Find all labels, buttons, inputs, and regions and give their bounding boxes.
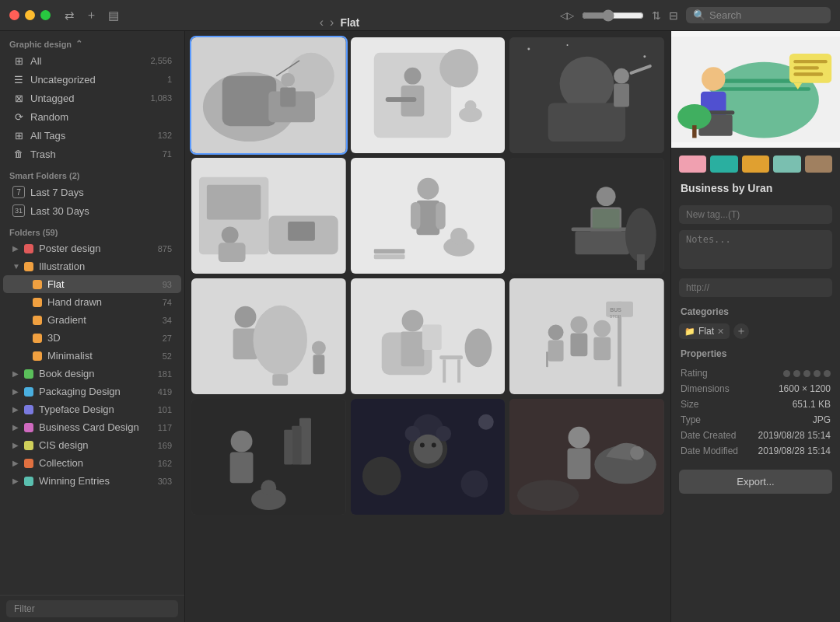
- palette-color-4[interactable]: [773, 156, 800, 173]
- svg-point-91: [420, 443, 425, 448]
- svg-point-81: [231, 431, 253, 453]
- grid-item[interactable]: [351, 399, 506, 515]
- grid-item[interactable]: [351, 158, 506, 274]
- svg-text:STOP: STOP: [610, 314, 621, 319]
- sidebar-item-winning[interactable]: ▶ Winning Entries 303: [3, 472, 181, 490]
- rating-dots[interactable]: [783, 368, 831, 379]
- svg-point-106: [702, 67, 725, 90]
- svg-rect-18: [548, 103, 625, 142]
- sidebar-item-last30[interactable]: 31 Last 30 Days: [3, 201, 181, 220]
- sidebar-item-all[interactable]: ⊞ All 2,556: [3, 51, 181, 70]
- grid-item[interactable]: [509, 158, 664, 274]
- image-grid: BUS STOP: [185, 31, 670, 622]
- sidebar-item-uncategorized[interactable]: ☰ Uncategorized 1: [3, 70, 181, 89]
- svg-point-33: [417, 178, 439, 200]
- swap-icon[interactable]: ⇄: [65, 9, 75, 23]
- svg-rect-80: [284, 430, 292, 465]
- sidebar-item-untagged[interactable]: ⊠ Untagged 1,083: [3, 89, 181, 107]
- rating-dot-5[interactable]: [824, 370, 831, 377]
- folder-color-minimalist: [33, 351, 42, 361]
- svg-point-92: [431, 443, 436, 448]
- properties-label: Properties: [671, 342, 840, 362]
- zoom-slider[interactable]: [582, 9, 644, 22]
- search-input[interactable]: [709, 9, 818, 21]
- sidebar-item-flat[interactable]: Flat 93: [3, 275, 181, 293]
- untagged-icon: ⊠: [12, 92, 25, 104]
- titlebar: ⇄ ＋ ▤ ‹ › Flat ◁▷ ⇅ ⊟ 🔍: [0, 0, 840, 31]
- grid-item[interactable]: [509, 399, 664, 515]
- sidebar-item-trash[interactable]: 🗑 Trash 71: [3, 145, 181, 163]
- sidebar-item-last7[interactable]: 7 Last 7 Days: [3, 183, 181, 201]
- grid-item[interactable]: BUS STOP: [509, 278, 664, 394]
- search-box[interactable]: 🔍: [686, 7, 831, 23]
- sidebar-filter: [0, 595, 184, 622]
- svg-rect-2: [222, 76, 277, 127]
- expand-cis-icon: ▶: [12, 441, 22, 449]
- sidebar-item-poster[interactable]: ▶ Poster design 875: [3, 239, 181, 257]
- grid-item[interactable]: [191, 278, 346, 394]
- tag-input[interactable]: [679, 205, 832, 224]
- rating-dot-2[interactable]: [793, 370, 800, 377]
- grid-item[interactable]: [351, 278, 506, 394]
- panels-icon[interactable]: ▤: [108, 9, 119, 23]
- svg-rect-105: [709, 87, 810, 90]
- tag-remove-button[interactable]: ✕: [717, 327, 724, 337]
- add-category-button[interactable]: ＋: [733, 323, 749, 339]
- notes-textarea[interactable]: [679, 230, 832, 269]
- svg-rect-73: [594, 337, 611, 360]
- sidebar-item-packaging[interactable]: ▶ Packaging Design 419: [3, 383, 181, 400]
- grid-item[interactable]: [509, 37, 664, 153]
- sidebar-item-illustration[interactable]: ▼ Illustration: [3, 257, 181, 275]
- panel-title: Business by Uran: [671, 177, 840, 202]
- palette-color-1[interactable]: [679, 156, 706, 173]
- grid-item[interactable]: [351, 37, 506, 153]
- grid-item[interactable]: [191, 399, 346, 515]
- slider-icon: ◁▷: [560, 10, 574, 21]
- nav-forward[interactable]: ›: [330, 16, 334, 30]
- grid-item[interactable]: [191, 37, 346, 153]
- svg-point-11: [404, 68, 421, 85]
- sidebar-item-cis[interactable]: ▶ CIS design 169: [3, 436, 181, 454]
- rating-dot-3[interactable]: [803, 370, 810, 377]
- sidebar-item-alltags[interactable]: ⊞ All Tags 132: [3, 126, 181, 145]
- sidebar-item-collection[interactable]: ▶ Collection 162: [3, 454, 181, 472]
- grid-item[interactable]: [191, 158, 346, 274]
- category-tag-flat[interactable]: 📁 Flat ✕: [679, 323, 730, 339]
- rating-dot-1[interactable]: [783, 370, 790, 377]
- expand-collection-icon: ▶: [12, 459, 22, 467]
- svg-point-64: [464, 329, 492, 368]
- export-button[interactable]: Export...: [679, 470, 832, 494]
- content-area: BUS STOP: [185, 31, 670, 622]
- palette-color-5[interactable]: [805, 156, 832, 173]
- palette-color-3[interactable]: [742, 156, 769, 173]
- filter-input[interactable]: [6, 600, 178, 617]
- palette-color-2[interactable]: [710, 156, 737, 173]
- filter-icon[interactable]: ⊟: [669, 9, 678, 22]
- sidebar-item-gradient[interactable]: Gradient 34: [3, 311, 181, 329]
- svg-rect-40: [373, 249, 404, 253]
- svg-rect-75: [548, 340, 564, 361]
- close-button[interactable]: [9, 10, 19, 20]
- svg-point-28: [222, 226, 239, 243]
- rating-dot-4[interactable]: [814, 370, 821, 377]
- sort-icon[interactable]: ⇅: [652, 9, 661, 22]
- maximize-button[interactable]: [40, 10, 51, 20]
- sidebar-item-3d[interactable]: 3D 27: [3, 329, 181, 347]
- svg-point-46: [625, 208, 656, 263]
- sidebar-item-minimalist[interactable]: Minimalist 52: [3, 347, 181, 365]
- folder-color-typeface: [24, 405, 33, 414]
- sidebar-item-handdrawn[interactable]: Hand drawn 74: [3, 293, 181, 311]
- sidebar-item-businesscard[interactable]: ▶ Business Card Design 117: [3, 418, 181, 436]
- svg-point-70: [571, 316, 588, 334]
- svg-point-95: [478, 414, 494, 430]
- nav-back[interactable]: ‹: [320, 16, 324, 30]
- url-input[interactable]: [679, 278, 832, 297]
- svg-rect-29: [219, 243, 246, 262]
- sidebar-item-bookdesign[interactable]: ▶ Book design 181: [3, 365, 181, 383]
- main-layout: Graphic design ⌃ ⊞ All 2,556 ☰ Uncategor…: [0, 31, 840, 622]
- minimize-button[interactable]: [25, 10, 35, 20]
- sidebar-item-typeface[interactable]: ▶ Typeface Design 101: [3, 400, 181, 418]
- add-icon[interactable]: ＋: [86, 8, 97, 23]
- sidebar-item-random[interactable]: ⟳ Random: [3, 107, 181, 126]
- all-icon: ⊞: [12, 54, 25, 67]
